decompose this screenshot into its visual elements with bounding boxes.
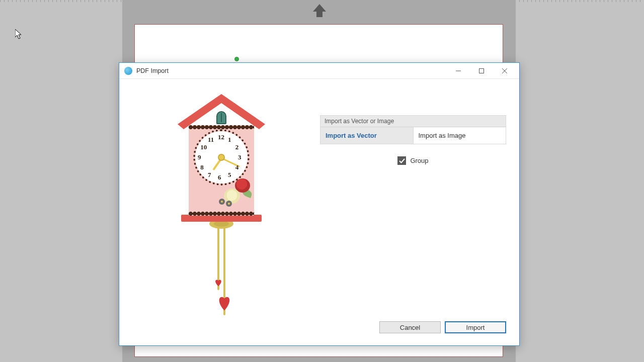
section-header: Import as Vector or Image: [320, 115, 506, 127]
tab-import-as-image[interactable]: Import as Image: [414, 127, 507, 144]
pdf-import-dialog: PDF Import: [119, 62, 520, 346]
clock-numeral: 3: [238, 153, 242, 161]
dialog-title: PDF Import: [136, 67, 169, 74]
clock-numeral: 2: [235, 143, 239, 151]
check-icon: [399, 158, 405, 164]
clock-numeral: 8: [200, 163, 204, 171]
cursor-icon: [15, 29, 22, 39]
clock-numeral: 7: [208, 171, 211, 179]
artboard-top-arrow-icon: [312, 4, 327, 17]
clock-numeral: 12: [218, 133, 224, 141]
clock-numeral: 1: [228, 136, 231, 144]
heart-icon: [217, 294, 232, 311]
minimize-icon: [456, 68, 461, 73]
clock-numeral: 11: [208, 136, 214, 144]
app-icon: [124, 67, 132, 75]
cancel-button[interactable]: Cancel: [379, 321, 441, 333]
heart-icon: [214, 278, 223, 287]
tab-import-as-vector[interactable]: Import as Vector: [320, 127, 414, 144]
clock-numeral: 4: [235, 163, 239, 171]
dialog-titlebar[interactable]: PDF Import: [119, 63, 519, 79]
minimize-button[interactable]: [447, 63, 470, 79]
group-checkbox[interactable]: [397, 156, 406, 165]
rotation-handle[interactable]: [234, 57, 239, 61]
close-button[interactable]: [493, 63, 516, 79]
svg-rect-0: [456, 70, 461, 71]
clock-face: 121234567891011: [195, 131, 248, 184]
import-button[interactable]: Import: [445, 321, 506, 333]
maximize-button[interactable]: [470, 63, 493, 79]
maximize-icon: [479, 68, 484, 73]
pdf-preview: 121234567891011: [128, 94, 314, 330]
clock-numeral: 9: [198, 153, 201, 161]
cuckoo-clock-illustration: 121234567891011: [174, 94, 269, 320]
clock-numeral: 10: [200, 143, 207, 151]
svg-rect-1: [479, 68, 484, 73]
clock-numeral: 5: [228, 171, 231, 179]
cuckoo-window: [216, 111, 226, 124]
flower-cluster: [220, 178, 255, 209]
close-icon: [502, 68, 507, 73]
group-label: Group: [410, 157, 428, 164]
